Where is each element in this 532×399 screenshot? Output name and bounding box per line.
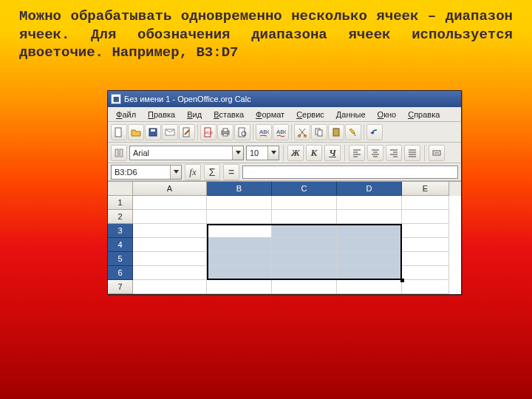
size-combo[interactable]: 10 [246,146,279,160]
export-pdf-button[interactable]: PDF [200,124,216,140]
spellcheck-button[interactable]: ABC [256,124,272,140]
cell[interactable] [337,266,402,280]
menu-format[interactable]: Формат [250,109,290,120]
align-right-button[interactable] [386,145,402,161]
menu-help[interactable]: Справка [403,109,445,120]
titlebar[interactable]: ▦ Без имени 1 - OpenOffice.org Calc [108,91,461,107]
cell[interactable] [272,238,337,252]
align-left-button[interactable] [349,145,365,161]
font-dropdown-icon[interactable] [232,146,243,160]
auto-spellcheck-button[interactable]: ABC [273,124,289,140]
formula-input[interactable] [242,166,458,179]
cell[interactable] [402,266,449,280]
row-header-7[interactable]: 7 [108,280,133,294]
paste-button[interactable] [328,124,344,140]
cell[interactable] [337,238,402,252]
cell[interactable] [133,224,207,238]
cell[interactable] [207,266,272,280]
merge-cells-button[interactable] [429,145,445,161]
app-icon: ▦ [111,94,121,104]
font-combo[interactable]: Arial [129,146,244,160]
cell[interactable] [402,224,449,238]
row-header-4[interactable]: 4 [108,238,133,252]
function-button[interactable]: = [223,164,239,180]
cell[interactable] [272,196,337,210]
cell[interactable] [337,280,402,294]
name-box[interactable]: B3:D6 [111,165,182,180]
cell[interactable] [337,196,402,210]
separator [364,124,364,140]
menu-tools[interactable]: Сервис [291,109,330,120]
column-header-c[interactable]: C [272,182,337,196]
cell[interactable] [402,238,449,252]
menu-file[interactable]: Файл [111,109,141,120]
cell[interactable] [207,196,272,210]
cell[interactable] [272,252,337,266]
align-justify-button[interactable] [404,145,420,161]
column-header-a[interactable]: A [133,182,207,196]
print-preview-button[interactable] [234,124,250,140]
cell[interactable] [133,266,207,280]
cell[interactable] [133,238,207,252]
menu-data[interactable]: Данные [331,109,371,120]
styles-button[interactable] [111,145,127,161]
cell[interactable] [133,210,207,224]
sum-button[interactable]: Σ [204,164,220,180]
cut-button[interactable] [294,124,310,140]
column-header-e[interactable]: E [402,182,449,196]
cell[interactable] [402,210,449,224]
row-header-6[interactable]: 6 [108,266,133,280]
function-wizard-button[interactable]: fx [185,164,201,180]
cell[interactable] [207,252,272,266]
cell[interactable] [133,252,207,266]
row-header-1[interactable]: 1 [108,196,133,210]
menu-window[interactable]: Окно [372,109,402,120]
spreadsheet-grid[interactable]: A B C D E 1 2 3 [108,181,461,294]
undo-button[interactable] [366,124,383,140]
cell[interactable] [272,280,337,294]
row-header-2[interactable]: 2 [108,210,133,224]
cell[interactable] [337,210,402,224]
edit-doc-button[interactable] [179,124,195,140]
open-button[interactable] [128,124,144,140]
cell[interactable] [272,224,337,238]
menu-edit[interactable]: Правка [143,109,180,120]
cell[interactable] [207,224,272,238]
cell[interactable] [337,252,402,266]
email-button[interactable] [162,124,178,140]
menu-view[interactable]: Вид [182,109,207,120]
separator [197,124,198,140]
align-center-button[interactable] [367,145,383,161]
select-all-corner[interactable] [108,182,133,196]
row-header-5[interactable]: 5 [108,252,133,266]
cell[interactable] [133,280,207,294]
italic-button[interactable]: К [306,145,322,161]
cell[interactable] [207,280,272,294]
window-title: Без имени 1 - OpenOffice.org Calc [124,95,251,103]
cell[interactable] [272,266,337,280]
new-doc-button[interactable] [111,124,127,140]
cell[interactable] [207,238,272,252]
svg-rect-20 [115,149,118,157]
save-button[interactable] [145,124,161,140]
menu-insert[interactable]: Вставка [208,109,249,120]
cell[interactable] [207,210,272,224]
size-dropdown-icon[interactable] [267,146,279,160]
print-button[interactable] [217,124,233,140]
calc-window: ▦ Без имени 1 - OpenOffice.org Calc Файл… [107,90,462,295]
fill-handle[interactable] [400,279,404,282]
cell[interactable] [402,280,449,294]
column-header-b[interactable]: B [207,182,272,196]
cell[interactable] [402,196,449,210]
cell[interactable] [402,252,449,266]
cell[interactable] [133,196,207,210]
name-box-dropdown-icon[interactable] [170,166,181,179]
row-header-3[interactable]: 3 [108,224,133,238]
cell[interactable] [272,210,337,224]
column-header-d[interactable]: D [337,182,402,196]
copy-button[interactable] [311,124,327,140]
cell[interactable] [337,224,402,238]
underline-button[interactable]: Ч [324,145,341,161]
bold-button[interactable]: Ж [287,145,304,161]
format-paintbrush-button[interactable] [345,124,361,140]
